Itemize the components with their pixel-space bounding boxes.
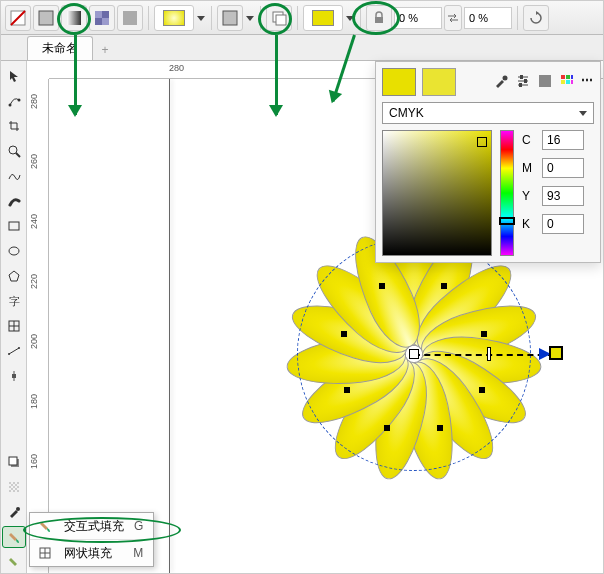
svg-text:字: 字 (9, 295, 20, 307)
separator (297, 6, 298, 30)
svg-point-14 (9, 146, 17, 154)
svg-rect-31 (9, 482, 19, 492)
k-input[interactable] (542, 214, 584, 234)
current-color-swatch[interactable] (382, 68, 416, 96)
page-edge (169, 79, 170, 573)
fill-vector[interactable] (414, 354, 554, 356)
m-input[interactable] (542, 158, 584, 178)
transparency-end[interactable]: 0 % (464, 7, 512, 29)
lock-icon[interactable] (366, 5, 392, 31)
hue-slider[interactable] (500, 130, 514, 256)
svg-rect-6 (102, 18, 109, 25)
start-color-dropdown[interactable] (196, 14, 206, 22)
svg-rect-9 (273, 12, 283, 22)
svg-rect-16 (9, 222, 19, 230)
text-tool-icon[interactable]: 字 (2, 290, 26, 312)
palette-icon[interactable] (537, 73, 553, 92)
pick-tool-icon[interactable] (2, 65, 26, 87)
hue-marker[interactable] (499, 217, 515, 225)
svg-rect-5 (95, 11, 102, 18)
svg-rect-11 (375, 17, 383, 23)
freehand-tool-icon[interactable] (2, 165, 26, 187)
flyout-item-interactive-fill[interactable]: 交互式填充 G (30, 513, 153, 540)
crop-tool-icon[interactable] (2, 115, 26, 137)
eyedropper-tool-icon[interactable] (2, 501, 26, 523)
svg-rect-47 (566, 80, 570, 84)
separator (211, 6, 212, 30)
dropshadow-tool-icon[interactable] (2, 451, 26, 473)
ruler-tick: 220 (29, 274, 39, 289)
svg-point-17 (9, 247, 19, 255)
separator (260, 6, 261, 30)
table-tool-icon[interactable] (2, 315, 26, 337)
svg-line-15 (16, 153, 20, 157)
shape-tool-icon[interactable] (2, 90, 26, 112)
transparency-start[interactable]: 0 % (394, 7, 442, 29)
more-icon[interactable]: ⋯ (581, 73, 594, 92)
separator (148, 6, 149, 30)
artistic-media-icon[interactable] (2, 190, 26, 212)
svg-rect-45 (571, 75, 573, 79)
ruler-tick: 200 (29, 334, 39, 349)
end-color-dropdown[interactable] (345, 14, 355, 22)
fountain-fill-button[interactable] (61, 5, 87, 31)
polygon-tool-icon[interactable] (2, 265, 26, 287)
color-field[interactable] (382, 130, 492, 256)
fill-start-handle[interactable] (409, 349, 419, 359)
uniform-fill-button[interactable] (33, 5, 59, 31)
fill-tool-flyout: 交互式填充 G 网状填充 M (29, 512, 154, 567)
separator (517, 6, 518, 30)
svg-rect-48 (571, 80, 573, 84)
ruler-tick: 160 (29, 454, 39, 469)
color-model-dropdown[interactable]: CMYK (382, 102, 594, 124)
fill-end-handle[interactable] (549, 346, 563, 360)
chevron-down-icon (579, 109, 587, 117)
connector-tool-icon[interactable] (2, 365, 26, 387)
svg-rect-44 (566, 75, 570, 79)
interactive-fill-icon (36, 517, 54, 535)
svg-point-12 (8, 104, 11, 107)
svg-line-23 (9, 348, 19, 354)
svg-line-1 (11, 11, 25, 25)
no-fill-button[interactable] (5, 5, 31, 31)
document-tab-label: 未命名 (42, 41, 78, 55)
fill-midpoint-handle[interactable] (487, 347, 491, 361)
dimension-tool-icon[interactable] (2, 340, 26, 362)
svg-point-34 (16, 507, 20, 511)
smart-fill-tool-icon[interactable] (2, 551, 26, 573)
y-input[interactable] (542, 186, 584, 206)
document-tab[interactable]: 未命名 (27, 36, 93, 60)
refresh-icon[interactable] (523, 5, 549, 31)
mid-node-dropdown[interactable] (245, 14, 255, 22)
svg-rect-4 (95, 11, 109, 25)
svg-marker-18 (9, 271, 19, 281)
c-input[interactable] (542, 130, 584, 150)
interactive-fill-tool-icon[interactable] (2, 526, 26, 548)
pattern-fill-button[interactable] (89, 5, 115, 31)
ellipse-tool-icon[interactable] (2, 240, 26, 262)
flyout-item-mesh-fill[interactable]: 网状填充 M (30, 540, 153, 566)
svg-rect-39 (520, 75, 523, 79)
document-tabstrip: 未命名 + (1, 35, 603, 61)
rectangle-tool-icon[interactable] (2, 215, 26, 237)
texture-fill-button[interactable] (117, 5, 143, 31)
sliders-icon[interactable] (515, 73, 531, 92)
ruler-tick: 260 (29, 154, 39, 169)
add-tab-button[interactable]: + (95, 40, 115, 60)
color-picker-panel: ⋯ CMYK C M Y K (375, 61, 601, 263)
swap-icon[interactable] (444, 5, 462, 31)
previous-color-swatch[interactable] (422, 68, 456, 96)
mid-node-swatch[interactable] (217, 5, 243, 31)
y-label: Y (522, 189, 536, 203)
svg-rect-3 (67, 11, 81, 25)
mesh-fill-icon (36, 544, 54, 562)
transparency-tool-icon[interactable] (2, 476, 26, 498)
color-field-marker[interactable] (477, 137, 487, 147)
end-color-swatch[interactable] (303, 5, 343, 31)
eyedropper-icon[interactable] (493, 73, 509, 92)
copy-fill-button[interactable] (266, 5, 292, 31)
zoom-tool-icon[interactable] (2, 140, 26, 162)
color-grid-icon[interactable] (559, 73, 575, 92)
svg-rect-2 (39, 11, 53, 25)
start-color-swatch[interactable] (154, 5, 194, 31)
